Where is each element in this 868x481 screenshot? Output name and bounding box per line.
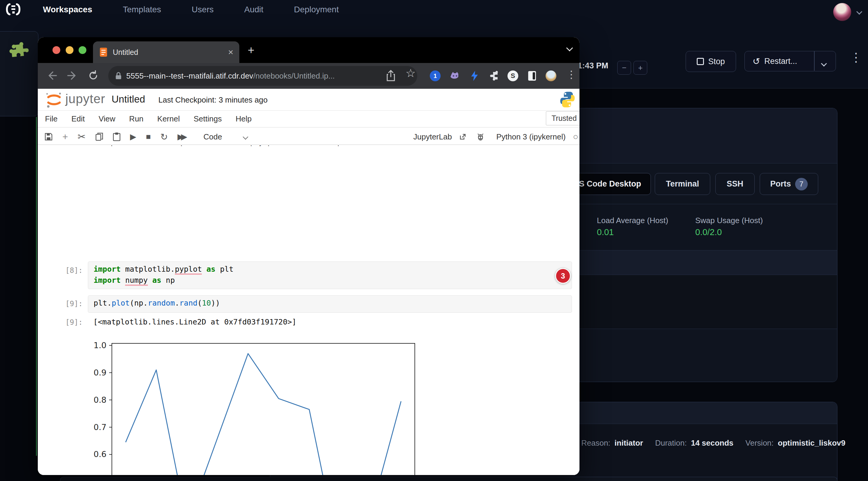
paste-cell-icon[interactable]	[113, 132, 121, 141]
cell-type-dropdown[interactable]: Code	[203, 132, 222, 141]
browser-kebab-menu[interactable]: ⋮	[566, 68, 577, 81]
nav-item-users[interactable]: Users	[192, 5, 214, 14]
next-card-sliver	[60, 477, 837, 481]
menu-run[interactable]: Run	[129, 114, 144, 124]
browser-profile-avatar[interactable]	[545, 70, 557, 82]
menu-help[interactable]: Help	[236, 114, 251, 124]
menu-settings[interactable]: Settings	[193, 114, 222, 124]
browser-tab-strip: Untitled × +	[38, 37, 580, 63]
extensions-puzzle-icon[interactable]	[489, 70, 500, 82]
restart-kernel-icon[interactable]: ↻	[160, 132, 168, 142]
save-icon[interactable]	[44, 133, 53, 141]
build-info-row: Reason: initiator Duration: 14 seconds V…	[581, 439, 845, 448]
build-version-label: Version:	[745, 439, 774, 448]
debugger-bug-icon[interactable]	[476, 133, 485, 141]
stop-icon	[697, 58, 704, 65]
stop-workspace-button[interactable]: Stop	[686, 51, 736, 72]
kernel-status-icon: ○	[573, 132, 578, 142]
clipped-scrolled-code-line: import matplotlib.pyplot as plt	[93, 146, 543, 149]
cell9-line: plt.plot(np.random.rand(10))	[94, 299, 220, 308]
workspace-kebab-menu[interactable]: ⋮	[850, 51, 862, 64]
external-link-icon[interactable]	[459, 133, 466, 140]
url-host: 5555--main--test--matifali.atif.cdr.dev	[126, 71, 253, 81]
url-omnibox[interactable]: 5555--main--test--matifali.atif.cdr.dev/…	[108, 66, 417, 86]
s-circle-extension-icon[interactable]: S	[507, 70, 519, 82]
forward-button[interactable]	[67, 69, 79, 83]
sidebar-extension-icon[interactable]	[526, 70, 538, 82]
load-average-value: 0.01	[597, 227, 614, 237]
nav-item-templates[interactable]: Templates	[123, 5, 161, 14]
cell8-line2: import numpy as np	[94, 276, 175, 285]
back-button[interactable]	[45, 69, 58, 83]
bolt-extension-icon[interactable]	[469, 70, 480, 82]
build-reason-value: initiator	[615, 439, 643, 448]
cell8-prompt: [8]:	[65, 266, 83, 275]
schedule-decrease-button[interactable]: −	[617, 61, 631, 75]
github-cat-extension-icon[interactable]	[449, 70, 461, 82]
close-window-button[interactable]	[53, 46, 60, 54]
minimize-window-button[interactable]	[66, 46, 73, 54]
restart-workspace-button[interactable]: ↻ Restart...	[744, 51, 836, 71]
jupyterlab-link[interactable]: JupyterLab	[413, 132, 452, 141]
puzzle-template-icon	[7, 41, 30, 64]
build-duration-label: Duration:	[655, 439, 687, 448]
tab-close-icon[interactable]: ×	[228, 47, 234, 57]
notification-count-badge[interactable]: 3	[555, 268, 571, 284]
vscode-desktop-label: VS Code Desktop	[574, 179, 641, 189]
run-cell-icon[interactable]: ▶	[130, 132, 136, 141]
nav-item-workspaces[interactable]: Workspaces	[43, 5, 92, 14]
workspace-running-accent	[36, 117, 37, 456]
menu-view[interactable]: View	[99, 114, 116, 124]
terminal-button[interactable]: Terminal	[655, 173, 710, 195]
cell9-output-text: [<matplotlib.lines.Line2D at 0x7fd03f191…	[93, 318, 296, 326]
build-reason-label: Reason:	[581, 439, 610, 448]
restart-options-chevron-icon[interactable]	[822, 59, 826, 68]
menu-file[interactable]: File	[45, 114, 58, 124]
kernel-name[interactable]: Python 3 (ipykernel)	[496, 132, 566, 141]
cut-cell-icon[interactable]: ✂	[78, 131, 86, 142]
workspace-schedule-time: 1:43 PM	[578, 61, 608, 70]
restart-icon: ↻	[752, 56, 760, 67]
load-average-label: Load Average (Host)	[597, 216, 668, 225]
jupyter-header: jupyter Untitled Last Checkpoint: 3 minu…	[38, 89, 580, 110]
tab-search-chevron-icon[interactable]	[567, 45, 572, 52]
nav-item-deployment[interactable]: Deployment	[294, 5, 339, 14]
trusted-button[interactable]: Trusted	[546, 111, 580, 125]
onepassword-extension-icon[interactable]: 1	[430, 70, 441, 82]
url-path: /notebooks/Untitled.ip...	[253, 71, 335, 81]
reload-button[interactable]	[87, 69, 100, 83]
coder-logo[interactable]	[5, 2, 21, 16]
copy-cell-icon[interactable]	[95, 133, 103, 141]
cell8-input[interactable]: import matplotlib.pyplot as plt import n…	[88, 261, 572, 289]
cell-type-chevron-icon[interactable]	[243, 134, 248, 139]
terminal-label: Terminal	[666, 179, 699, 189]
browser-toolbar: 5555--main--test--matifali.atif.cdr.dev/…	[38, 63, 580, 89]
browser-tab[interactable]: Untitled ×	[93, 41, 239, 63]
notebook-title[interactable]: Untitled	[112, 94, 145, 105]
cell9-input[interactable]: plt.plot(np.random.rand(10))	[88, 295, 572, 313]
maximize-window-button[interactable]	[79, 46, 86, 54]
jupyter-favicon	[99, 47, 108, 57]
user-avatar[interactable]	[833, 3, 851, 21]
add-cell-icon[interactable]: +	[62, 131, 68, 142]
notebook-content: import matplotlib.pyplot as plt [8]: imp…	[38, 145, 580, 475]
menu-edit[interactable]: Edit	[71, 114, 85, 124]
restart-run-all-icon[interactable]: ▶▶	[178, 132, 187, 141]
share-icon[interactable]	[386, 70, 396, 83]
nav-item-audit[interactable]: Audit	[244, 5, 264, 14]
svg-text:0.7: 0.7	[94, 422, 106, 432]
ports-label: Ports	[770, 179, 791, 189]
screen: Workspaces Templates Users Audit Deploym…	[0, 0, 868, 481]
ssh-button[interactable]: SSH	[715, 173, 755, 195]
checkpoint-status: Last Checkpoint: 3 minutes ago	[158, 95, 268, 105]
bookmark-star-icon[interactable]: ☆	[405, 67, 416, 80]
avatar-chevron-down-icon[interactable]	[857, 9, 861, 15]
ports-button[interactable]: Ports 7	[760, 173, 818, 195]
ports-count-badge: 7	[795, 178, 808, 190]
tab-title: Untitled	[113, 48, 228, 57]
new-tab-button[interactable]: +	[248, 44, 254, 57]
menu-kernel[interactable]: Kernel	[157, 114, 180, 124]
schedule-increase-button[interactable]: +	[633, 61, 647, 75]
interrupt-kernel-icon[interactable]: ■	[146, 132, 151, 141]
restart-label: Restart...	[764, 57, 797, 66]
